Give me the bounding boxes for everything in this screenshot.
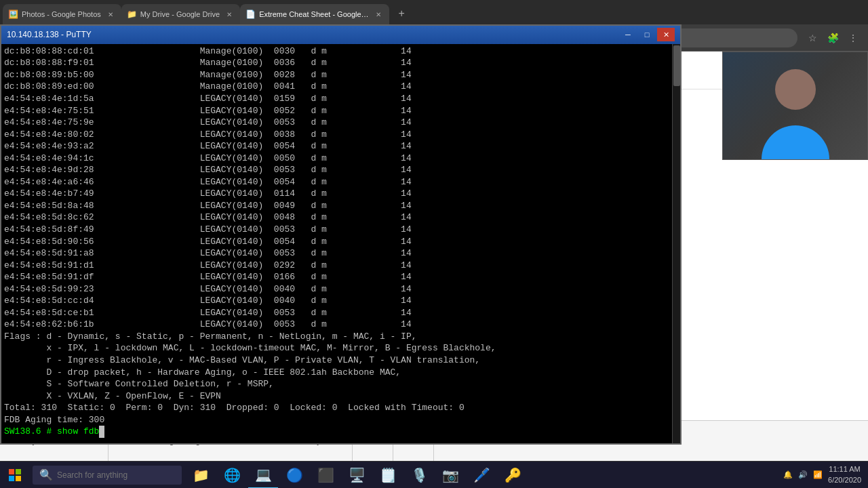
svg-rect-2 <box>9 476 14 481</box>
putty-output-line: e4:54:e8:5d:91:a8 LEGACY(0140) 0053 d m … <box>4 247 669 260</box>
putty-window: 10.140.18.138 - PuTTY ─ □ ✕ dc:b8:08:88:… <box>0 24 682 445</box>
putty-output-line: e4:54:e8:4e:80:02 LEGACY(0140) 0038 d m … <box>4 129 669 141</box>
tab-title-drive: My Drive - Google Drive <box>140 10 220 18</box>
svg-rect-1 <box>16 469 21 474</box>
putty-output-line: dc:b8:08:89:ed:00 Manage(0100) 0041 d m … <box>4 81 669 93</box>
toolbar-actions: ☆ 🧩 ⋮ <box>803 28 863 47</box>
windows-logo-icon <box>9 469 21 481</box>
putty-output-line: dc:b8:08:88:cd:01 Manage(0100) 0030 d m … <box>4 45 669 58</box>
tab-favicon-cheatsheet: 📄 <box>245 9 255 19</box>
putty-output-line: e4:54:e8:5d:8f:49 LEGACY(0140) 0053 d m … <box>4 224 669 236</box>
svg-rect-0 <box>9 469 14 474</box>
putty-titlebar[interactable]: 10.140.18.138 - PuTTY ─ □ ✕ <box>1 26 680 44</box>
putty-close-button[interactable]: ✕ <box>657 28 675 41</box>
putty-prompt-line: SW138.6 # show fdb <box>4 426 669 438</box>
tray-icon-3: 📶 <box>813 470 823 479</box>
putty-output-line: e4:54:e8:4e:a6:46 LEGACY(0140) 0054 d m … <box>4 176 669 188</box>
putty-output-line: D - drop packet, h - Hardware Aging, o -… <box>4 367 669 379</box>
taskbar-app-edge[interactable]: 🌐 <box>217 462 247 489</box>
bookmarks-icon[interactable]: ☆ <box>803 28 822 47</box>
putty-output-line: dc:b8:08:88:f9:01 Manage(0100) 0036 d m … <box>4 57 669 69</box>
tab-close-cheatsheet[interactable]: ✕ <box>373 9 384 20</box>
putty-title: 10.140.18.138 - PuTTY <box>7 30 92 39</box>
putty-content-wrapper: dc:b8:08:88:cd:01 Manage(0100) 0030 d m … <box>1 44 680 443</box>
taskbar-app-extra2[interactable]: 🗒️ <box>373 462 403 489</box>
putty-output-line: e4:54:e8:5d:91:df LEGACY(0140) 0166 d m … <box>4 271 669 283</box>
clock-date: 6/20/2020 <box>828 475 861 485</box>
putty-output-line: e4:54:e8:5d:8a:48 LEGACY(0140) 0049 d m … <box>4 200 669 212</box>
putty-output-line: Flags : d - Dynamic, s - Static, p - Per… <box>4 331 669 343</box>
putty-scrollbar[interactable] <box>672 44 680 443</box>
taskbar-app-extra3[interactable]: 🎙️ <box>404 462 434 489</box>
taskbar-tray: 🔔 🔊 📶 11:11 AM 6/20/2020 <box>783 464 868 485</box>
settings-icon[interactable]: ⋮ <box>844 28 863 47</box>
putty-output-line: e4:54:e8:4e:1d:5a LEGACY(0140) 0159 d m … <box>4 93 669 105</box>
taskbar-app-extra6[interactable]: 🔑 <box>498 462 528 489</box>
putty-output-line: e4:54:e8:5d:8c:62 LEGACY(0140) 0048 d m … <box>4 211 669 224</box>
taskbar-apps: 📁 🌐 💻 🔵 ⬛ 🖥️ 🗒️ 🎙️ 📷 🖊️ 🔑 <box>186 462 783 489</box>
tab-close-photos[interactable]: ✕ <box>105 9 116 20</box>
putty-output-line: x - IPX, l - lockdown MAC, L - lockdown-… <box>4 342 669 354</box>
taskbar-search-box[interactable]: 🔍 <box>33 466 182 485</box>
svg-rect-3 <box>16 476 21 481</box>
video-overlay <box>722 52 868 160</box>
video-person-body <box>762 125 829 159</box>
video-person-head <box>775 69 816 110</box>
tab-title-cheatsheet: Extreme Cheat Sheet - Google D... <box>259 10 369 18</box>
taskbar-app-putty[interactable]: 💻 <box>248 462 278 489</box>
putty-output-line: e4:54:e8:4e:94:1c LEGACY(0140) 0050 d m … <box>4 152 669 165</box>
clock-time: 11:11 AM <box>828 464 861 474</box>
tab-title-photos: Photos - Google Photos <box>22 10 101 18</box>
search-icon: 🔍 <box>39 468 53 481</box>
tray-icon-2: 🔊 <box>798 470 808 479</box>
putty-output-line: e4:54:e8:4e:75:51 LEGACY(0140) 0052 d m … <box>4 105 669 117</box>
putty-controls: ─ □ ✕ <box>619 28 675 41</box>
taskbar-app-terminal[interactable]: ⬛ <box>311 462 340 489</box>
putty-output-line: e4:54:e8:4e:b7:49 LEGACY(0140) 0114 d m … <box>4 188 669 200</box>
tab-photos[interactable]: 🖼️ Photos - Google Photos ✕ <box>3 4 121 24</box>
taskbar: 🔍 📁 🌐 💻 🔵 ⬛ 🖥️ 🗒️ 🎙️ 📷 🖊️ 🔑 🔔 🔊 📶 11:11 … <box>0 461 868 488</box>
tab-favicon-drive: 📁 <box>127 9 136 19</box>
taskbar-app-extra4[interactable]: 📷 <box>435 462 465 489</box>
putty-output-line: e4:54:e8:5d:ce:b1 LEGACY(0140) 0053 d m … <box>4 307 669 319</box>
putty-output-line: dc:b8:08:89:b5:00 Manage(0100) 0028 d m … <box>4 69 669 81</box>
putty-output-line: e4:54:e8:5d:90:56 LEGACY(0140) 0054 d m … <box>4 236 669 248</box>
putty-output-line: e4:54:e8:5d:cc:d4 LEGACY(0140) 0040 d m … <box>4 295 669 307</box>
taskbar-app-explorer[interactable]: 📁 <box>186 462 216 489</box>
tray-icon-1: 🔔 <box>783 470 793 479</box>
video-person <box>723 52 867 159</box>
tab-drive[interactable]: 📁 My Drive - Google Drive ✕ <box>121 4 240 24</box>
putty-terminal[interactable]: dc:b8:08:88:cd:01 Manage(0100) 0030 d m … <box>1 44 672 443</box>
putty-output-line: e4:54:e8:4e:93:a2 LEGACY(0140) 0054 d m … <box>4 140 669 152</box>
taskbar-app-extra5[interactable]: 🖊️ <box>467 462 496 489</box>
putty-output-line: S - Software Controlled Deletion, r - MS… <box>4 378 669 390</box>
putty-output-line: FDB Aging time: 300 <box>4 414 669 426</box>
putty-minimize-button[interactable]: ─ <box>619 28 637 41</box>
taskbar-app-extra1[interactable]: 🖥️ <box>342 462 372 489</box>
new-tab-button[interactable]: + <box>392 4 411 23</box>
putty-output-line: e4:54:e8:5d:99:23 LEGACY(0140) 0040 d m … <box>4 283 669 296</box>
extensions-icon[interactable]: 🧩 <box>823 28 842 47</box>
putty-output-line: e4:54:e8:4e:75:9e LEGACY(0140) 0053 d m … <box>4 117 669 129</box>
tab-close-drive[interactable]: ✕ <box>224 9 235 20</box>
putty-output-line: Total: 310 Static: 0 Perm: 0 Dyn: 310 Dr… <box>4 402 669 414</box>
putty-output-line: e4:54:e8:5d:91:d1 LEGACY(0140) 0292 d m … <box>4 260 669 272</box>
taskbar-app-chrome[interactable]: 🔵 <box>279 462 309 489</box>
putty-output-line: r - Ingress Blackhole, v - MAC-Based VLA… <box>4 354 669 367</box>
taskbar-clock[interactable]: 11:11 AM 6/20/2020 <box>828 464 861 485</box>
putty-maximize-button[interactable]: □ <box>638 28 656 41</box>
tab-favicon-photos: 🖼️ <box>8 9 18 19</box>
putty-cursor <box>99 426 104 438</box>
tab-cheatsheet[interactable]: 📄 Extreme Cheat Sheet - Google D... ✕ <box>240 4 389 24</box>
taskbar-search-input[interactable] <box>57 470 175 480</box>
putty-output-line: e4:54:e8:62:b6:1b LEGACY(0140) 0053 d m … <box>4 319 669 331</box>
putty-scrollbar-thumb[interactable] <box>673 45 680 86</box>
putty-output-line: e4:54:e8:4e:9d:28 LEGACY(0140) 0053 d m … <box>4 164 669 176</box>
tabs-bar: 🖼️ Photos - Google Photos ✕ 📁 My Drive -… <box>0 0 868 24</box>
putty-output-line: X - VXLAN, Z - OpenFlow, E - EVPN <box>4 390 669 403</box>
start-button[interactable] <box>0 462 30 489</box>
